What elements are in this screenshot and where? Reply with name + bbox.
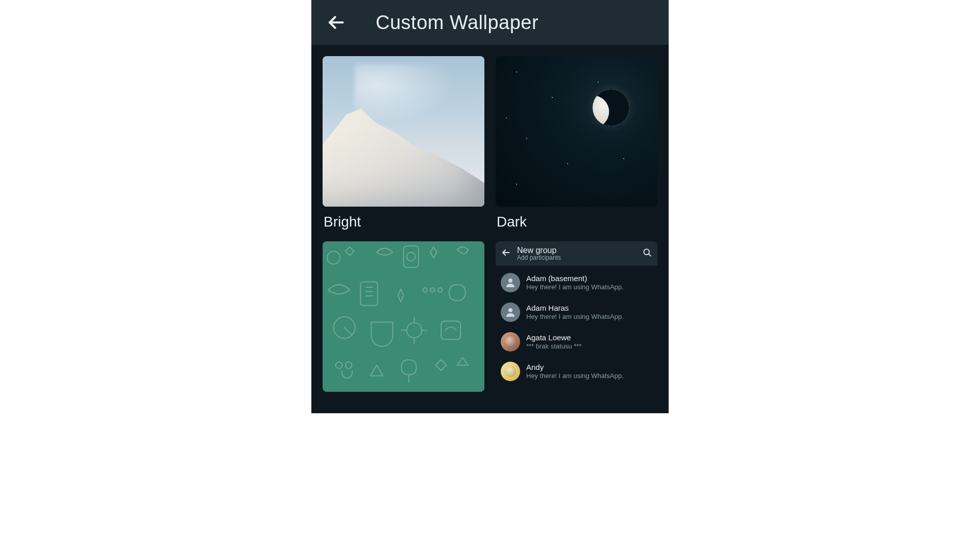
category-dark[interactable]: Dark	[496, 56, 657, 230]
category-label-dark: Dark	[496, 214, 657, 230]
avatar	[501, 303, 520, 322]
svg-point-5	[423, 288, 427, 292]
svg-point-7	[438, 288, 442, 292]
svg-point-6	[430, 288, 434, 292]
app-frame: Custom Wallpaper Bright	[311, 0, 669, 413]
star-icon	[552, 97, 553, 98]
star-icon	[516, 184, 517, 185]
list-item: Adam Haras Hey there! I am using WhatsAp…	[496, 297, 657, 327]
category-label-bright: Bright	[323, 214, 484, 230]
svg-point-8	[407, 323, 422, 338]
app-header: Custom Wallpaper	[311, 0, 669, 45]
moon-illustration	[587, 84, 635, 132]
preview-title: New group	[517, 246, 636, 255]
svg-rect-4	[360, 282, 378, 306]
contact-name: Andy	[526, 363, 624, 372]
svg-point-15	[508, 279, 512, 283]
contact-name: Agata Loewe	[526, 333, 581, 342]
svg-point-16	[508, 308, 512, 312]
preview-header: New group Add participants	[496, 241, 657, 266]
contact-text: Adam (basement) Hey there! I am using Wh…	[526, 274, 624, 291]
thumbnail-solid	[323, 241, 484, 392]
svg-point-10	[336, 362, 342, 368]
contact-text: Adam Haras Hey there! I am using WhatsAp…	[526, 304, 624, 321]
contact-status: Hey there! I am using WhatsApp.	[526, 372, 624, 380]
avatar	[501, 362, 520, 381]
svg-point-1	[327, 251, 340, 264]
svg-point-11	[346, 362, 352, 368]
preview-search-icon	[642, 247, 652, 260]
star-icon	[526, 138, 527, 139]
star-icon	[623, 158, 624, 159]
content-area: Bright Dark	[311, 45, 669, 413]
preview-back-icon	[501, 247, 511, 260]
avatar	[501, 332, 520, 352]
arrow-left-icon	[327, 13, 345, 32]
contact-name: Adam Haras	[526, 304, 624, 313]
mist-illustration	[355, 64, 468, 132]
back-button[interactable]	[327, 13, 345, 32]
svg-line-14	[649, 254, 651, 256]
page-title: Custom Wallpaper	[376, 12, 538, 34]
star-icon	[516, 71, 517, 72]
svg-rect-9	[441, 321, 460, 339]
list-item: Agata Loewe *** brak statusu ***	[496, 327, 657, 357]
contact-status: *** brak statusu ***	[526, 342, 581, 350]
arrow-left-icon	[501, 247, 511, 258]
search-icon	[642, 247, 652, 258]
category-newgroup-preview[interactable]: New group Add participants	[496, 241, 657, 392]
contact-text: Agata Loewe *** brak statusu ***	[526, 333, 581, 350]
preview-subtitle: Add participants	[517, 255, 636, 261]
star-icon	[506, 117, 507, 118]
doodle-pattern	[323, 241, 484, 392]
category-bright[interactable]: Bright	[323, 56, 484, 230]
thumbnail-dark	[496, 56, 657, 207]
preview-title-block: New group Add participants	[517, 246, 636, 262]
contact-text: Andy Hey there! I am using WhatsApp.	[526, 363, 624, 380]
star-icon	[598, 82, 599, 83]
star-icon	[567, 163, 568, 164]
contact-name: Adam (basement)	[526, 274, 624, 283]
avatar	[501, 273, 520, 292]
category-solid[interactable]	[323, 241, 484, 392]
list-item: Adam (basement) Hey there! I am using Wh…	[496, 268, 657, 297]
thumbnail-newgroup: New group Add participants	[496, 241, 657, 392]
contact-status: Hey there! I am using WhatsApp.	[526, 283, 624, 291]
preview-contact-list: Adam (basement) Hey there! I am using Wh…	[496, 266, 657, 392]
person-icon	[504, 306, 517, 318]
list-item: Andy Hey there! I am using WhatsApp.	[496, 357, 657, 386]
thumbnail-bright	[323, 56, 484, 207]
svg-rect-2	[404, 246, 419, 267]
contact-status: Hey there! I am using WhatsApp.	[526, 313, 624, 321]
wallpaper-grid: Bright Dark	[323, 56, 657, 392]
svg-point-3	[407, 253, 415, 261]
person-icon	[504, 277, 517, 289]
